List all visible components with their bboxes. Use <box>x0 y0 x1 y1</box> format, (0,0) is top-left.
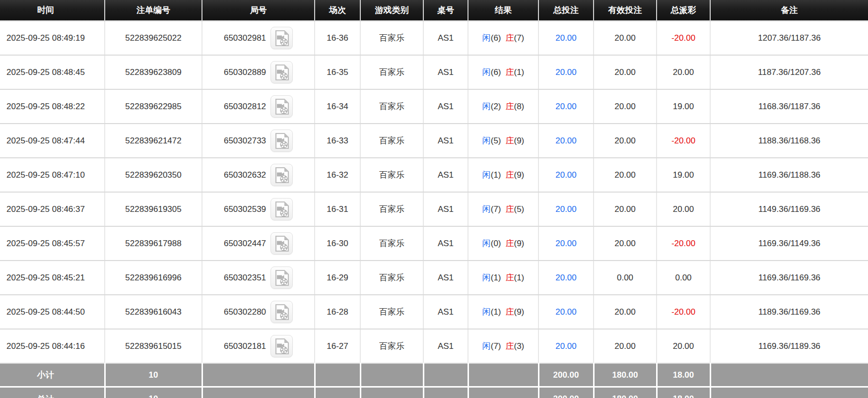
video-file-icon <box>274 338 290 355</box>
cell-valid-bet: 20.00 <box>594 158 657 192</box>
cell-total-bet: 20.00 <box>538 55 594 89</box>
cell-game-type: 百家乐 <box>360 124 423 158</box>
cell-game-type: 百家乐 <box>360 158 423 192</box>
cell-remark: 1169.36/1169.36 <box>710 261 868 295</box>
cell-table-no: AS1 <box>423 261 468 295</box>
table-row: 2025-09-25 08:45:57 522839617988 6503024… <box>0 226 868 261</box>
cell-valid-bet: 20.00 <box>594 21 657 55</box>
cell-payout: 19.00 <box>657 89 710 124</box>
table-row: 2025-09-25 08:49:19 522839625022 6503029… <box>0 21 868 55</box>
cell-time: 2025-09-25 08:48:22 <box>0 89 105 124</box>
video-replay-button[interactable] <box>270 301 293 323</box>
player-result-label: 闲 <box>482 341 491 351</box>
video-replay-button[interactable] <box>270 266 293 289</box>
banker-result-label: 庄 <box>506 136 514 145</box>
video-replay-button[interactable] <box>270 335 293 357</box>
cell-result: 闲(1)庄(9) <box>468 295 538 329</box>
video-replay-button[interactable] <box>270 164 293 186</box>
banker-result-score: (7) <box>514 33 525 43</box>
cell-game-type: 百家乐 <box>360 55 423 89</box>
banker-result-label: 庄 <box>506 307 514 317</box>
banker-result-label: 庄 <box>506 273 514 282</box>
video-replay-button[interactable] <box>270 95 293 118</box>
cell-session: 16-28 <box>315 295 360 329</box>
cell-bet-id: 522839619305 <box>105 192 202 226</box>
banker-result-label: 庄 <box>506 170 514 180</box>
cell-round: 650302280 <box>202 295 315 329</box>
table-row: 2025-09-25 08:45:21 522839616996 6503023… <box>0 261 868 295</box>
table-row: 2025-09-25 08:44:50 522839616043 6503022… <box>0 295 868 329</box>
cell-time: 2025-09-25 08:44:16 <box>0 329 105 363</box>
cell-bet-id: 522839622985 <box>105 89 202 124</box>
video-replay-button[interactable] <box>270 61 293 83</box>
cell-game-type: 百家乐 <box>360 261 423 295</box>
cell-payout: -20.00 <box>657 124 710 158</box>
col-header-time: 时间 <box>0 0 105 21</box>
cell-total-bet: 20.00 <box>538 329 594 363</box>
player-result-score: (6) <box>491 33 501 43</box>
col-header-table-no: 桌号 <box>423 0 468 21</box>
cell-game-type: 百家乐 <box>360 329 423 363</box>
cell-total-bet: 20.00 <box>538 295 594 329</box>
video-file-icon <box>274 235 290 252</box>
round-id: 650302181 <box>224 341 266 351</box>
subtotal-empty-cell <box>423 363 468 387</box>
player-result-label: 闲 <box>482 204 491 214</box>
table-row: 2025-09-25 08:46:37 522839619305 6503025… <box>0 192 868 226</box>
cell-round: 650302733 <box>202 124 315 158</box>
cell-valid-bet: 20.00 <box>594 329 657 363</box>
subtotal-label: 小计 <box>0 363 105 387</box>
cell-session: 16-34 <box>315 89 360 124</box>
cell-result: 闲(1)庄(1) <box>468 261 538 295</box>
cell-time: 2025-09-25 08:45:21 <box>0 261 105 295</box>
subtotal-empty-cell <box>202 363 315 387</box>
col-header-game-type: 游戏类别 <box>360 0 423 21</box>
round-id: 650302632 <box>224 170 266 180</box>
cell-session: 16-29 <box>315 261 360 295</box>
banker-result-label: 庄 <box>506 33 514 43</box>
col-header-bet-id: 注单编号 <box>105 0 202 21</box>
cell-table-no: AS1 <box>423 55 468 89</box>
player-result-label: 闲 <box>482 273 491 282</box>
cell-result: 闲(1)庄(9) <box>468 158 538 192</box>
banker-result-score: (5) <box>514 204 525 214</box>
banker-result-label: 庄 <box>506 67 514 77</box>
table-body: 2025-09-25 08:49:19 522839625022 6503029… <box>0 21 868 363</box>
cell-time: 2025-09-25 08:49:19 <box>0 21 105 55</box>
cell-table-no: AS1 <box>423 226 468 261</box>
cell-payout: -20.00 <box>657 21 710 55</box>
video-replay-button[interactable] <box>270 198 293 220</box>
banker-result-score: (9) <box>514 239 525 248</box>
player-result-score: (5) <box>491 136 501 145</box>
grand-total-empty-cell <box>423 387 468 398</box>
video-replay-button[interactable] <box>270 130 293 152</box>
cell-time: 2025-09-25 08:47:10 <box>0 158 105 192</box>
cell-total-bet: 20.00 <box>538 158 594 192</box>
cell-bet-id: 522839625022 <box>105 21 202 55</box>
col-header-valid-bet: 有效投注 <box>594 0 657 21</box>
video-replay-button[interactable] <box>270 232 293 255</box>
cell-remark: 1168.36/1187.36 <box>710 89 868 124</box>
table-row: 2025-09-25 08:48:45 522839623809 6503028… <box>0 55 868 89</box>
bet-records-table: 时间 注单编号 局号 场次 游戏类别 桌号 结果 总投注 有效投注 总派彩 备注… <box>0 0 868 398</box>
cell-payout: 20.00 <box>657 329 710 363</box>
cell-session: 16-36 <box>315 21 360 55</box>
table-row: 2025-09-25 08:47:10 522839620350 6503026… <box>0 158 868 192</box>
video-file-icon <box>274 269 290 286</box>
cell-result: 闲(7)庄(5) <box>468 192 538 226</box>
grand-total-empty-cell <box>360 387 423 398</box>
header-row: 时间 注单编号 局号 场次 游戏类别 桌号 结果 总投注 有效投注 总派彩 备注 <box>0 0 868 21</box>
video-replay-button[interactable] <box>270 27 293 49</box>
round-id: 650302351 <box>224 273 266 283</box>
player-result-score: (0) <box>491 239 501 248</box>
cell-remark: 1169.36/1149.36 <box>710 226 868 261</box>
cell-round: 650302812 <box>202 89 315 124</box>
cell-remark: 1187.36/1207.36 <box>710 55 868 89</box>
cell-game-type: 百家乐 <box>360 226 423 261</box>
cell-remark: 1189.36/1169.36 <box>710 295 868 329</box>
cell-table-no: AS1 <box>423 21 468 55</box>
round-id: 650302889 <box>224 67 266 77</box>
cell-remark: 1149.36/1169.36 <box>710 192 868 226</box>
cell-time: 2025-09-25 08:47:44 <box>0 124 105 158</box>
cell-round: 650302447 <box>202 226 315 261</box>
